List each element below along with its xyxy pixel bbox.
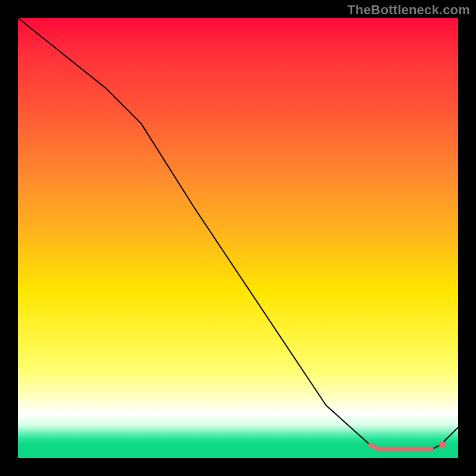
series-highlight-segment xyxy=(370,445,432,449)
chart-stage: TheBottleneck.com xyxy=(0,0,476,476)
chart-svg xyxy=(18,18,458,458)
watermark-text: TheBottleneck.com xyxy=(347,2,470,18)
marker-highlight-dot xyxy=(439,441,446,449)
plot-area xyxy=(18,18,458,458)
series-curve xyxy=(18,18,458,449)
